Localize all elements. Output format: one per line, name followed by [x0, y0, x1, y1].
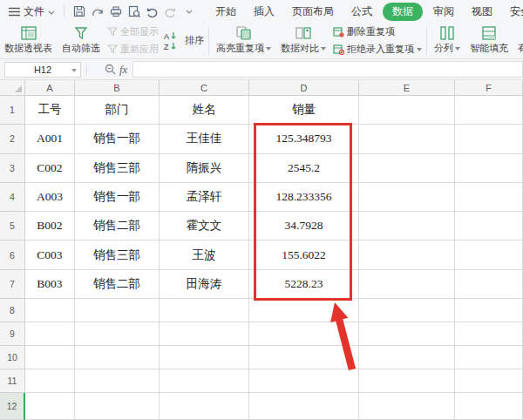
tab-review[interactable]: 审阅: [425, 3, 463, 21]
tab-home[interactable]: 开始: [207, 3, 245, 21]
cell[interactable]: [359, 96, 455, 125]
cell-c7[interactable]: 田海涛: [160, 270, 249, 299]
cell-a5[interactable]: B002: [25, 212, 75, 240]
cell[interactable]: [455, 240, 523, 269]
auto-filter-button[interactable]: 自动筛选: [59, 25, 103, 56]
cell[interactable]: [359, 346, 455, 369]
col-header-c[interactable]: C: [160, 80, 249, 96]
cell-a6[interactable]: C003: [25, 240, 75, 269]
row-header-7[interactable]: 7: [0, 270, 25, 299]
cell[interactable]: [359, 369, 455, 393]
row-header-12-active[interactable]: 12: [0, 393, 25, 420]
cell[interactable]: [455, 346, 523, 369]
cell[interactable]: [160, 346, 249, 369]
text-to-columns-button[interactable]: 分列: [431, 25, 463, 56]
cell[interactable]: [249, 299, 359, 322]
tab-security[interactable]: 安全: [501, 3, 523, 21]
cell[interactable]: [249, 369, 359, 393]
cell[interactable]: [249, 322, 359, 346]
row-header-1[interactable]: 1: [0, 96, 25, 125]
cell-b5[interactable]: 销售二部: [75, 212, 160, 240]
cell-b3[interactable]: 销售三部: [75, 154, 160, 183]
reject-duplicate-entry-button[interactable]: 拒绝录入重复项: [333, 43, 422, 56]
cell[interactable]: [359, 299, 455, 322]
cell-c6[interactable]: 王波: [160, 240, 249, 269]
select-all-corner[interactable]: [0, 80, 25, 96]
cell-b6[interactable]: 销售三部: [75, 240, 160, 269]
pivot-table-button[interactable]: 数据透视表: [2, 25, 55, 56]
col-header-f[interactable]: F: [455, 80, 523, 96]
cell[interactable]: [455, 369, 523, 393]
tab-page-layout[interactable]: 页面布局: [283, 3, 343, 21]
sort-button[interactable]: AZ 排序: [163, 30, 204, 51]
cell-b7[interactable]: 销售二部: [75, 270, 160, 299]
tab-formulas[interactable]: 公式: [343, 3, 381, 21]
cell[interactable]: [359, 212, 455, 240]
row-header-6[interactable]: 6: [0, 240, 25, 269]
reapply-button[interactable]: 重新应用: [107, 43, 159, 56]
undo-button[interactable]: [145, 5, 160, 18]
cell-b4[interactable]: 销售一部: [75, 183, 160, 212]
cell[interactable]: [455, 322, 523, 346]
smart-fill-button[interactable]: 智能填充: [467, 25, 511, 56]
cell-b2[interactable]: 销售一部: [75, 125, 160, 153]
more-commands-caret-icon[interactable]: [181, 5, 196, 18]
name-box[interactable]: H12: [4, 62, 81, 78]
cell-c4[interactable]: 孟泽轩: [160, 183, 249, 212]
formula-input[interactable]: [132, 61, 523, 78]
tab-insert[interactable]: 插入: [245, 3, 283, 21]
cell[interactable]: [75, 346, 160, 369]
cell[interactable]: [359, 183, 455, 212]
cell[interactable]: [25, 393, 75, 420]
cell[interactable]: [455, 96, 523, 125]
cell-a7[interactable]: B003: [25, 270, 75, 299]
data-validation-button[interactable]: 有效性: [515, 25, 523, 56]
cell-c1[interactable]: 姓名: [160, 96, 249, 125]
export-pdf-button[interactable]: [90, 5, 105, 18]
print-button[interactable]: [108, 5, 123, 18]
save-button[interactable]: [71, 5, 86, 18]
cell-c3[interactable]: 隋振兴: [160, 154, 249, 183]
print-preview-button[interactable]: [126, 5, 141, 18]
cell[interactable]: [75, 393, 160, 420]
cell[interactable]: [249, 393, 359, 420]
row-header-2[interactable]: 2: [0, 125, 25, 153]
cell[interactable]: [160, 369, 249, 393]
cell-a4[interactable]: A003: [25, 183, 75, 212]
cell[interactable]: [359, 322, 455, 346]
col-header-d[interactable]: D: [249, 80, 359, 96]
cell[interactable]: [25, 322, 75, 346]
cell-b1[interactable]: 部门: [75, 96, 160, 125]
cell[interactable]: [75, 369, 160, 393]
row-header-11[interactable]: 11: [0, 369, 25, 393]
cell[interactable]: [359, 393, 455, 420]
cell[interactable]: [249, 346, 359, 369]
show-all-button[interactable]: 全部显示: [107, 25, 159, 38]
cell[interactable]: [455, 393, 523, 420]
cell-d1[interactable]: 销量: [249, 96, 359, 125]
cell[interactable]: [359, 270, 455, 299]
cell-c5[interactable]: 霍文文: [160, 212, 249, 240]
highlight-duplicates-button[interactable]: 高亮重复项: [214, 25, 274, 56]
cell-a1[interactable]: 工号: [25, 96, 75, 125]
cell[interactable]: [359, 125, 455, 153]
delete-duplicates-button[interactable]: 删除重复项: [333, 25, 422, 38]
redo-button[interactable]: [163, 5, 178, 18]
cell[interactable]: [455, 183, 523, 212]
cell-a3[interactable]: C002: [25, 154, 75, 183]
data-compare-button[interactable]: 数据对比: [278, 25, 329, 56]
cell[interactable]: [75, 299, 160, 322]
col-header-e[interactable]: E: [359, 80, 455, 96]
insert-function-fx[interactable]: fx: [119, 63, 127, 77]
col-header-a[interactable]: A: [25, 80, 75, 96]
col-header-b[interactable]: B: [75, 80, 160, 96]
cell[interactable]: [455, 125, 523, 153]
row-header-8[interactable]: 8: [0, 299, 25, 322]
row-header-9[interactable]: 9: [0, 322, 25, 346]
file-menu-button[interactable]: 文件: [5, 3, 58, 21]
cell[interactable]: [455, 212, 523, 240]
row-header-4[interactable]: 4: [0, 183, 25, 212]
cell[interactable]: [359, 240, 455, 269]
zoom-search-icon[interactable]: [105, 64, 116, 75]
cell[interactable]: [25, 346, 75, 369]
